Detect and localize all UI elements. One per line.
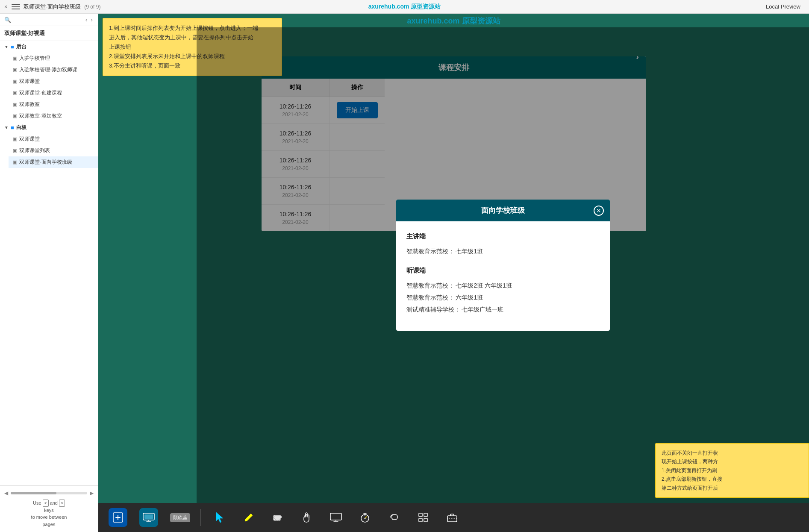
sidebar-item-label: 入驻学校管理-添加双师课: [19, 66, 77, 73]
toolbar-cursor-button[interactable]: [208, 507, 232, 528]
note-br-line2: 现开始上课按钮，两种方: [662, 457, 803, 466]
import-icon: [109, 508, 127, 527]
modal-listen-title: 听课端: [406, 264, 600, 277]
scroll-left-button[interactable]: ◀: [4, 490, 8, 496]
sidebar-nav-arrows: ‹ ›: [85, 16, 94, 23]
sidebar: ‹ › 双师课堂-好视通 ▼ ■ 后台 ▣ 入驻学校管理: [0, 14, 98, 532]
cursor-icon: [211, 509, 228, 526]
page-icon: ▣: [13, 113, 17, 119]
sidebar-item-add-classroom[interactable]: ▣ 双师教室-添加教室: [9, 110, 98, 122]
menu-icon[interactable]: [12, 3, 20, 11]
search-input[interactable]: [4, 17, 85, 23]
hint-prev-key: <: [43, 500, 49, 507]
timer-icon: [356, 509, 374, 526]
sidebar-bottom: ◀ ▶ Use < and > keys to move between pag…: [0, 485, 98, 532]
toolbar-hand-button[interactable]: [295, 507, 319, 528]
modal-main-title: 主讲端: [406, 230, 600, 243]
group-whiteboard: ▼ ■ 白板 ▣ 双师课堂 ▣ 双师课堂列表 ▣ 双师课堂-面向学校班: [0, 122, 98, 168]
preview-label: Local Preview: [766, 3, 800, 10]
modal-listen-row3: 测试精准辅导学校： 七年级广域一班: [406, 303, 600, 315]
label-icon: 顾欣蕊: [170, 513, 190, 522]
group-backend-label: 后台: [16, 43, 26, 50]
expand-arrow-whiteboard: ▼: [4, 125, 9, 130]
modal-close-button[interactable]: ✕: [594, 206, 604, 216]
pen-icon: [240, 509, 257, 526]
hint-use: Use: [33, 500, 43, 506]
modal-overlay: 面向学校班级 ✕ 主讲端 智慧教育示范校： 七年级1班 听课端 智慧教育示范校：…: [197, 27, 809, 503]
sidebar-item-wb-list[interactable]: ▣ 双师课堂列表: [9, 145, 98, 156]
group-whiteboard-header[interactable]: ▼ ■ 白板: [0, 122, 98, 133]
svg-rect-4: [330, 513, 341, 520]
sidebar-tree: 双师课堂-好视通 ▼ ■ 后台 ▣ 入驻学校管理 ▣ 入驻学校管理-添加双师课: [0, 26, 98, 485]
sidebar-search-area: ‹ ›: [0, 14, 98, 26]
sidebar-item-dual-class[interactable]: ▣ 双师课堂: [9, 76, 98, 87]
toolbar-grid-button[interactable]: [411, 507, 435, 528]
group-backend-header[interactable]: ▼ ■ 后台: [0, 41, 98, 53]
svg-rect-2: [144, 514, 153, 519]
sidebar-item-label: 双师教室-添加教室: [19, 112, 62, 120]
modal-main-section: 主讲端 智慧教育示范校： 七年级1班: [406, 230, 600, 257]
sidebar-item-wb-school-grade[interactable]: ▣ 双师课堂-面向学校班级: [9, 156, 98, 168]
toolbar-screen-button[interactable]: [324, 507, 348, 528]
nav-prev-button[interactable]: ‹: [85, 16, 88, 23]
toolbar-eraser-button[interactable]: [266, 507, 290, 528]
hint-next-key: >: [59, 500, 65, 507]
hint-to-move: to move between: [31, 514, 67, 520]
sidebar-item-classroom[interactable]: ▣ 双师教室: [9, 99, 98, 110]
sidebar-hint: Use < and > keys to move between pages: [4, 500, 94, 528]
note-br-line1: 此页面不关闭一直打开状: [662, 449, 803, 457]
group-backend: ▼ ■ 后台 ▣ 入驻学校管理 ▣ 入驻学校管理-添加双师课 ▣ 双师: [0, 41, 98, 122]
sidebar-item-label: 双师课堂-创建课程: [19, 89, 62, 97]
toolbar-timer-button[interactable]: [353, 507, 377, 528]
page-count: (9 of 9): [84, 4, 100, 10]
modal-listen-row2: 智慧教育示范校： 六年级1班: [406, 291, 600, 303]
toolbar-undo-button[interactable]: [382, 507, 406, 528]
scroll-right-button[interactable]: ▶: [90, 490, 94, 496]
page-icon: ▣: [13, 159, 17, 165]
sidebar-item-label: 双师课堂: [19, 135, 40, 143]
sidebar-item-label: 双师课堂列表: [19, 147, 50, 154]
toolbar-monitor-button[interactable]: [136, 506, 162, 529]
modal-listen-row1: 智慧教育示范校： 七年级2班 六年级1班: [406, 279, 600, 291]
folder-icon-backend: ■: [11, 44, 14, 50]
svg-rect-7: [419, 513, 422, 517]
sidebar-item-school-mgmt-add[interactable]: ▣ 入驻学校管理-添加双师课: [9, 64, 98, 76]
page-icon: ▣: [13, 148, 17, 153]
toolbar-import-button[interactable]: [105, 506, 131, 529]
main-content: axurehub.com 原型资源站 1.到上课时间后操作列表变为开始上课按钮，…: [98, 14, 809, 532]
sidebar-item-create-course[interactable]: ▣ 双师课堂-创建课程: [9, 87, 98, 99]
page-icon: ▣: [13, 56, 17, 61]
eraser-icon: [269, 509, 286, 526]
sidebar-item-school-mgmt[interactable]: ▣ 入驻学校管理: [9, 53, 98, 64]
page-icon: ▣: [13, 79, 17, 84]
page-icon: ▣: [13, 102, 17, 107]
modal-main-school: 智慧教育示范校： 七年级1班: [406, 245, 600, 257]
folder-icon-whiteboard: ■: [11, 124, 14, 131]
sidebar-item-label: 双师课堂: [19, 78, 40, 85]
page-icon: ▣: [13, 136, 17, 142]
nav-next-button[interactable]: ›: [90, 16, 94, 23]
hand-icon: [298, 509, 315, 526]
sidebar-scrollbar[interactable]: [11, 492, 87, 494]
monitor-icon: [139, 508, 158, 527]
modal-body: 主讲端 智慧教育示范校： 七年级1班 听课端 智慧教育示范校： 七年级2班 六年…: [396, 221, 610, 331]
note-br-line5: 第二种方式给页面打开后: [662, 484, 803, 492]
note-bottom-right: 此页面不关闭一直打开状 现开始上课按钮，两种方 1.关闭此页面再打开为刷 2.点…: [655, 443, 809, 498]
group-whiteboard-label: 白板: [16, 124, 26, 131]
toolbar-sep1: [200, 509, 201, 526]
modal-title: 面向学校班级: [481, 206, 525, 215]
watermark: axurehub.com 原型资源站: [368, 3, 441, 11]
page-icon: ▣: [13, 90, 17, 96]
group-whiteboard-children: ▣ 双师课堂 ▣ 双师课堂列表 ▣ 双师课堂-面向学校班级: [0, 133, 98, 168]
toolbar-more-button[interactable]: [440, 507, 464, 528]
group-backend-children: ▣ 入驻学校管理 ▣ 入驻学校管理-添加双师课 ▣ 双师课堂 ▣ 双师课堂-创建…: [0, 53, 98, 122]
grid-icon: [415, 509, 432, 526]
sidebar-item-label: 入驻学校管理: [19, 55, 50, 62]
modal-header: 面向学校班级 ✕: [396, 200, 610, 221]
toolbar-pen-button[interactable]: [237, 507, 261, 528]
sidebar-item-label: 双师课堂-面向学校班级: [19, 159, 72, 166]
sidebar-item-wb-dual[interactable]: ▣ 双师课堂: [9, 133, 98, 145]
toolbar-label-button[interactable]: 顾欣蕊: [167, 511, 194, 524]
sidebar-item-label: 双师教室: [19, 101, 40, 108]
close-button[interactable]: ×: [4, 4, 7, 10]
